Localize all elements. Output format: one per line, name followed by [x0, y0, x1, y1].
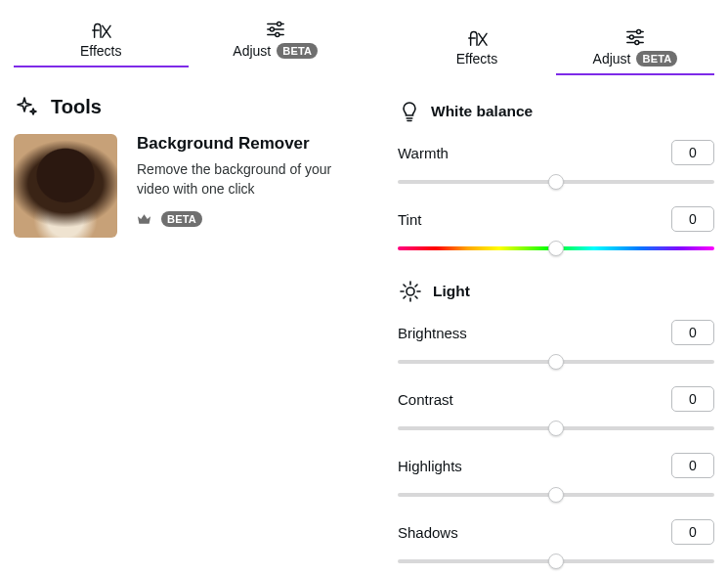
beta-badge: BETA — [277, 43, 318, 59]
tab-effects-label: Effects — [456, 51, 498, 66]
sun-icon — [400, 281, 421, 302]
tool-description: Remove the background of your video with… — [137, 159, 352, 199]
slider-thumb[interactable] — [548, 487, 564, 503]
crown-icon — [137, 212, 151, 226]
tint-slider[interactable] — [398, 242, 714, 255]
tab-adjust[interactable]: Adjust BETA — [556, 22, 714, 74]
control-tint: Tint — [398, 206, 714, 255]
shadows-label: Shadows — [398, 524, 458, 541]
svg-point-4 — [270, 27, 274, 31]
bulb-icon — [400, 101, 419, 122]
tool-background-remover[interactable]: Background Remover Remove the background… — [14, 134, 363, 238]
control-contrast: Contrast — [398, 386, 714, 435]
left-panel: Effects Adjust BETA — [0, 0, 376, 576]
right-tabs: Effects Adjust BETA — [398, 22, 714, 75]
warmth-slider[interactable] — [398, 175, 714, 189]
tab-adjust[interactable]: Adjust BETA — [189, 14, 364, 66]
beta-badge: BETA — [161, 211, 202, 227]
tab-adjust-label: Adjust — [593, 51, 631, 66]
tools-header: Tools — [16, 95, 363, 118]
slider-thumb[interactable] — [548, 241, 564, 256]
control-brightness: Brightness — [398, 320, 714, 369]
right-panel: Effects Adjust BETA — [376, 0, 728, 576]
highlights-input[interactable] — [671, 453, 714, 478]
shadows-slider[interactable] — [398, 554, 714, 568]
left-tabs: Effects Adjust BETA — [14, 14, 363, 67]
tab-effects[interactable]: Effects — [398, 22, 556, 74]
warmth-label: Warmth — [398, 145, 449, 161]
fx-icon — [90, 20, 111, 39]
shadows-input[interactable] — [671, 519, 714, 545]
tool-title: Background Remover — [137, 134, 352, 154]
beta-badge: BETA — [636, 51, 677, 66]
svg-point-11 — [635, 40, 639, 44]
tab-effects-label: Effects — [80, 43, 122, 59]
highlights-slider[interactable] — [398, 488, 714, 502]
brightness-slider[interactable] — [398, 355, 714, 369]
control-highlights: Highlights — [398, 453, 714, 502]
svg-point-10 — [629, 35, 633, 39]
sliders-icon — [265, 20, 286, 39]
svg-point-3 — [277, 22, 280, 26]
svg-point-5 — [276, 32, 279, 36]
contrast-label: Contrast — [398, 391, 453, 408]
slider-thumb[interactable] — [548, 354, 564, 370]
fx-icon — [466, 27, 488, 47]
group-white-balance-title: White balance — [431, 103, 533, 120]
tab-effects[interactable]: Effects — [14, 14, 189, 66]
tab-adjust-label: Adjust — [233, 43, 271, 59]
warmth-input[interactable] — [671, 140, 714, 165]
control-shadows: Shadows — [398, 519, 714, 568]
contrast-slider[interactable] — [398, 421, 714, 435]
brightness-label: Brightness — [398, 325, 467, 341]
group-white-balance-header: White balance — [400, 101, 714, 122]
tools-title: Tools — [51, 96, 102, 118]
slider-thumb[interactable] — [548, 174, 564, 190]
slider-thumb[interactable] — [548, 554, 564, 569]
sparkle-icon — [16, 95, 39, 118]
tint-label: Tint — [398, 211, 421, 228]
slider-thumb[interactable] — [548, 421, 564, 436]
sliders-icon — [624, 27, 646, 47]
svg-point-14 — [407, 288, 414, 295]
tool-thumbnail — [14, 134, 117, 238]
brightness-input[interactable] — [671, 320, 714, 345]
group-light-header: Light — [400, 281, 714, 302]
group-light-title: Light — [433, 283, 470, 300]
tint-input[interactable] — [671, 206, 714, 232]
svg-line-21 — [415, 285, 417, 287]
svg-line-22 — [404, 296, 406, 298]
contrast-input[interactable] — [671, 386, 714, 412]
svg-point-9 — [637, 30, 641, 34]
highlights-label: Highlights — [398, 458, 462, 474]
svg-line-19 — [404, 285, 406, 287]
tool-info: Background Remover Remove the background… — [137, 134, 352, 238]
svg-line-20 — [415, 296, 417, 298]
control-warmth: Warmth — [398, 140, 714, 189]
